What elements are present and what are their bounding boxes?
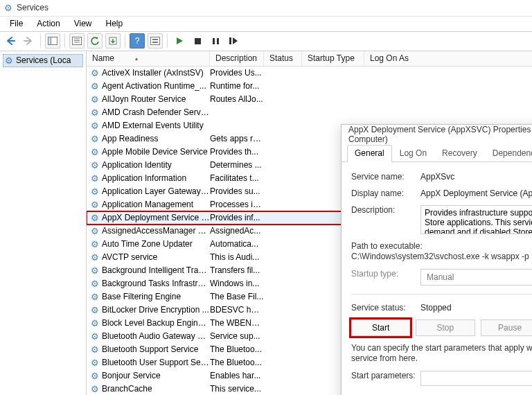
stop-service-button[interactable]	[190, 33, 205, 49]
description-box[interactable]: Provides infrastructure support for depl…	[420, 205, 532, 234]
service-name: AMD Crash Defender Service	[100, 107, 210, 117]
service-description: Windows in...	[210, 279, 264, 288]
service-name: AMD External Events Utility	[100, 121, 210, 130]
service-description: Determines ...	[210, 160, 264, 170]
label-service-name: Service name:	[351, 172, 420, 182]
column-status[interactable]: Status	[264, 51, 302, 66]
properties-button[interactable]	[69, 33, 85, 49]
label-startup-type: Startup type:	[351, 269, 420, 279]
gear-icon: ⚙	[89, 318, 100, 328]
menu-file[interactable]: File	[3, 19, 30, 28]
gear-icon: ⚙	[89, 305, 100, 315]
service-name: Bonjour Service	[100, 371, 210, 380]
toolbar: ?	[0, 32, 532, 51]
list-header: Name▴ Description Status Startup Type Lo…	[87, 51, 532, 67]
service-description: Runtime for...	[210, 81, 264, 91]
service-row[interactable]: ⚙ActiveX Installer (AxInstSV)Provides Us…	[87, 67, 532, 80]
gear-icon: ⚙	[89, 107, 100, 118]
pause-button: Pause	[481, 319, 533, 336]
menu-help[interactable]: Help	[99, 19, 130, 28]
service-name: Block Level Backup Engine ...	[100, 318, 210, 328]
service-row[interactable]: ⚙Agent Activation Runtime_...Runtime for…	[87, 80, 532, 93]
column-log-on-as[interactable]: Log On As	[364, 51, 532, 66]
gear-icon: ⚙	[89, 292, 100, 302]
svg-rect-13	[229, 37, 231, 44]
service-name: Bluetooth Audio Gateway S...	[100, 331, 210, 341]
tree-label: Services (Loca	[16, 55, 71, 65]
svg-rect-8	[152, 39, 158, 40]
gear-icon: ⚙	[89, 344, 100, 355]
start-service-button[interactable]	[172, 33, 187, 49]
column-description[interactable]: Description	[210, 51, 264, 66]
tab-dependencies[interactable]: Dependencies	[485, 145, 532, 162]
menu-action[interactable]: Action	[30, 19, 66, 28]
menu-view[interactable]: View	[67, 19, 99, 28]
svg-rect-1	[48, 37, 51, 45]
service-description: This is Audi...	[210, 252, 264, 262]
service-name: Base Filtering Engine	[100, 292, 210, 301]
service-name: Application Identity	[100, 160, 210, 170]
service-description: This service...	[210, 384, 264, 394]
services-list: Name▴ Description Status Startup Type Lo…	[87, 51, 532, 395]
properties-dialog: AppX Deployment Service (AppXSVC) Proper…	[341, 124, 532, 395]
dialog-titlebar[interactable]: AppX Deployment Service (AppXSVC) Proper…	[342, 125, 532, 144]
show-hide-console-button[interactable]	[45, 33, 60, 49]
service-name: AppX Deployment Service (...	[100, 213, 210, 222]
back-button[interactable]	[3, 33, 18, 49]
service-description: Provides su...	[210, 186, 264, 196]
gear-icon: ⚙	[89, 173, 100, 184]
services-icon: ⚙	[5, 55, 13, 66]
gear-icon: ⚙	[89, 226, 100, 236]
tab-recovery[interactable]: Recovery	[434, 145, 485, 162]
tree-item-services[interactable]: ⚙ Services (Loca	[3, 54, 83, 67]
export-list-button[interactable]	[105, 33, 121, 49]
dialog-tabs: General Log On Recovery Dependencies	[342, 144, 532, 162]
label-display-name: Display name:	[351, 188, 420, 198]
service-name: ActiveX Installer (AxInstSV)	[100, 68, 210, 78]
restart-service-button[interactable]	[226, 33, 241, 49]
startup-type-value: Manual	[427, 272, 454, 282]
service-description: The Base Fil...	[210, 292, 264, 301]
service-row[interactable]: ⚙AMD Crash Defender Service	[87, 106, 532, 119]
service-name: BitLocker Drive Encryption ...	[100, 305, 210, 315]
tab-log-on[interactable]: Log On	[392, 145, 434, 162]
svg-rect-12	[217, 38, 219, 44]
service-description: Gets apps re...	[210, 134, 264, 143]
open-service-button[interactable]	[148, 33, 163, 49]
label-service-status: Service status:	[351, 303, 420, 313]
window-title: Services	[17, 3, 48, 12]
start-button[interactable]: Start	[351, 319, 410, 336]
gear-icon: ⚙	[89, 121, 100, 131]
service-name: AllJoyn Router Service	[100, 94, 210, 104]
service-row[interactable]: ⚙AllJoyn Router ServiceRoutes AllJo...	[87, 93, 532, 106]
refresh-button[interactable]	[87, 33, 103, 49]
service-description: The WBENG...	[210, 318, 264, 328]
sidebar: ⚙ Services (Loca	[0, 51, 87, 395]
service-description: BDESVC hos...	[210, 305, 264, 315]
gear-icon: ⚙	[89, 384, 100, 394]
service-name: Application Layer Gateway ...	[100, 186, 210, 196]
label-start-parameters: Start parameters:	[351, 371, 420, 380]
help-button[interactable]: ?	[130, 33, 145, 49]
service-name: Application Information	[100, 173, 210, 183]
gear-icon: ⚙	[89, 186, 100, 197]
start-parameters-input[interactable]	[420, 371, 532, 386]
gear-icon: ⚙	[89, 331, 100, 342]
column-name[interactable]: Name▴	[87, 51, 210, 66]
stop-button: Stop	[416, 319, 475, 336]
gear-icon: ⚙	[89, 239, 100, 249]
pause-service-button[interactable]	[208, 33, 223, 49]
gear-icon: ⚙	[89, 68, 100, 78]
toolbar-separator	[40, 34, 41, 48]
tab-general[interactable]: General	[347, 145, 392, 162]
startup-type-select[interactable]: Manual ⌵	[420, 269, 532, 286]
service-name: App Readiness	[100, 134, 210, 143]
service-name: Bluetooth User Support Ser...	[100, 358, 210, 367]
service-description: Enables har...	[210, 371, 264, 380]
gear-icon: ⚙	[89, 279, 100, 289]
svg-rect-7	[151, 37, 160, 45]
column-startup-type[interactable]: Startup Type	[302, 51, 364, 66]
service-name: AVCTP service	[100, 252, 210, 262]
forward-button[interactable]	[21, 33, 36, 49]
service-description: Processes in...	[210, 200, 264, 209]
